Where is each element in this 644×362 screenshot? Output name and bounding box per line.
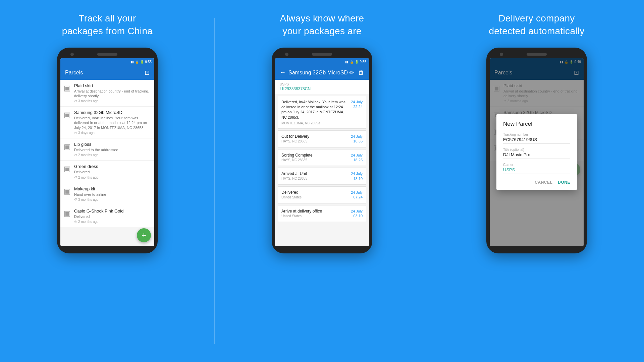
- panel-detected-auto: Delivery companydetected automatically ▮…: [429, 0, 644, 362]
- event-left: Arrive at delivery office United States: [281, 209, 348, 218]
- item-time: 3 months ago: [74, 99, 150, 103]
- tracking-id-section: USPS LK293838378CN: [275, 80, 369, 94]
- event-date: 24 July18:10: [351, 171, 363, 181]
- status-bar-1: ▮▮ 🔒 🔋 9:55: [60, 58, 154, 66]
- tracking-number: LK293838378CN: [280, 86, 364, 91]
- item-time: 3 days ago: [74, 131, 150, 135]
- app-bar-title-2: Samsung 32Gb MicroSD: [288, 70, 348, 76]
- list-item-content: Green dress Delivered 2 months ago: [74, 164, 150, 179]
- event-title: Arrive at delivery office: [281, 209, 348, 214]
- status-time-1: 9:55: [145, 60, 152, 64]
- parcels-list-1: ▣ Plaid skirt Arrival at destination cou…: [60, 80, 154, 227]
- list-item[interactable]: ▣ Samsung 32Gb MicroSD Delivered, In/At …: [60, 107, 154, 138]
- dialog-actions: CANCEL DONE: [503, 179, 570, 186]
- add-parcel-fab[interactable]: +: [137, 228, 151, 242]
- event-date: 24 July18:35: [351, 134, 363, 144]
- battery-icon: 🔋: [355, 60, 359, 64]
- event-left: Sorting Complete HAYS, NC 28635: [281, 153, 348, 162]
- list-item[interactable]: ▣ Green dress Delivered 2 months ago: [60, 161, 154, 183]
- share-icon[interactable]: ⊡: [145, 69, 150, 76]
- list-item-content: Samsung 32Gb MicroSD Delivered, In/At Ma…: [74, 110, 150, 135]
- done-button[interactable]: DONE: [558, 179, 570, 186]
- event-left: Out for Delivery HAYS, NC 28635: [281, 134, 348, 143]
- item-title: Plaid skirt: [74, 83, 150, 88]
- package-icon: ▣: [64, 209, 71, 218]
- item-time: 2 months ago: [74, 220, 150, 224]
- status-time-2: 9:55: [360, 60, 366, 64]
- event-location: United States: [281, 214, 348, 218]
- item-title: Lip gloss: [74, 142, 150, 147]
- list-item-content: Casio G-Shock Pink Gold Delivered 2 mont…: [74, 208, 150, 224]
- dialog-title: New Parcel: [503, 121, 570, 127]
- carrier-field[interactable]: USPS: [503, 167, 570, 174]
- panel-know-where: Always know whereyour packages are ▮▮ 🔒 …: [215, 0, 429, 362]
- item-time: 2 months ago: [74, 176, 150, 179]
- item-time: 3 months ago: [74, 198, 150, 201]
- package-icon: ▣: [64, 84, 71, 93]
- phone-3-top: [490, 53, 584, 56]
- phone-1-top: [60, 53, 154, 56]
- tracking-event: Arrived at Unit HAYS, NC 28635 24 July18…: [278, 168, 366, 185]
- item-time: 2 months ago: [74, 153, 150, 157]
- list-item-content: Lip gloss Delivered to the addressee 2 m…: [74, 142, 150, 157]
- new-parcel-dialog: New Parcel Tracking number EC576794193US…: [496, 114, 577, 190]
- app-bar-title-1: Parcels: [65, 70, 83, 76]
- app-bar-1: Parcels ⊡: [60, 66, 154, 80]
- delete-icon[interactable]: 🗑: [358, 69, 364, 76]
- title-optional-label: Title (optional): [503, 148, 570, 152]
- list-item[interactable]: ▣ Lip gloss Delivered to the addressee 2…: [60, 138, 154, 161]
- item-subtitle: Delivered to the addressee: [74, 147, 150, 152]
- item-subtitle: Delivered: [74, 214, 150, 219]
- wifi-icon: 🔒: [135, 60, 139, 64]
- event-date: 24 July03:10: [351, 209, 363, 219]
- carrier-label: USPS: [280, 82, 364, 86]
- edit-icon[interactable]: ✏: [349, 69, 354, 76]
- event-location: HAYS, NC 28635: [281, 139, 348, 143]
- phone-1-screen: ▮▮ 🔒 🔋 9:55 Parcels ⊡ ▣ Plaid skirt Arri…: [60, 58, 154, 246]
- app-bar-2: ← Samsung 32Gb MicroSD ✏ 🗑: [275, 66, 369, 80]
- cancel-button[interactable]: CANCEL: [535, 179, 552, 186]
- package-icon: ▣: [64, 187, 71, 196]
- speaker: [97, 53, 117, 56]
- list-item[interactable]: ▣ Plaid skirt Arrival at destination cou…: [60, 80, 154, 107]
- back-icon[interactable]: ←: [280, 69, 286, 76]
- phone-2-top: [275, 53, 369, 56]
- item-subtitle: Arrival at destination country - end of …: [74, 89, 150, 99]
- speaker: [312, 53, 332, 56]
- status-bar-2: ▮▮ 🔒 🔋 9:55: [275, 58, 369, 66]
- panel-3-title: Delivery companydetected automatically: [489, 12, 584, 38]
- app-bar-left-2: ← Samsung 32Gb MicroSD: [280, 69, 348, 76]
- phone-3-screen: ▮▮ 🔒 🔋 9:49 Parcels ⊡ ▣ Plaid skirt Arri…: [490, 58, 584, 246]
- list-item[interactable]: ▣ Casio G-Shock Pink Gold Delivered 2 mo…: [60, 205, 154, 227]
- item-subtitle: Hand over to airline: [74, 192, 150, 197]
- list-item-content: Plaid skirt Arrival at destination count…: [74, 83, 150, 103]
- event-location: HAYS, NC 28635: [281, 158, 348, 162]
- phone-2-screen: ▮▮ 🔒 🔋 9:55 ← Samsung 32Gb MicroSD ✏ 🗑 U…: [275, 58, 369, 246]
- event-left: Delivered, In/At Mailbox. Your item was …: [281, 100, 348, 125]
- camera-icon: [70, 53, 74, 56]
- status-icons-1: ▮▮ 🔒 🔋: [130, 60, 144, 64]
- status-icons-2: ▮▮ 🔒 🔋: [345, 60, 359, 64]
- tracking-number-field[interactable]: EC576794193US: [503, 137, 570, 144]
- event-title: Delivered: [281, 190, 348, 195]
- title-field[interactable]: DJI Mavic Pro: [503, 152, 570, 159]
- phone-3: ▮▮ 🔒 🔋 9:49 Parcels ⊡ ▣ Plaid skirt Arri…: [486, 48, 587, 253]
- event-left: Delivered United States: [281, 190, 348, 199]
- tracking-event: Out for Delivery HAYS, NC 28635 24 July1…: [278, 130, 366, 147]
- signal-icon: ▮▮: [345, 60, 348, 64]
- phone-1: ▮▮ 🔒 🔋 9:55 Parcels ⊡ ▣ Plaid skirt Arri…: [57, 48, 158, 253]
- item-title: Makeup kit: [74, 186, 150, 191]
- item-title: Green dress: [74, 164, 150, 169]
- camera-icon: [285, 53, 288, 56]
- item-subtitle: Delivered, In/At Mailbox. Your item was …: [74, 116, 150, 130]
- list-item[interactable]: ▣ Makeup kit Hand over to airline 3 mont…: [60, 183, 154, 205]
- battery-icon: 🔋: [140, 60, 144, 64]
- event-location: MONTEZUMA, NC 28653: [281, 121, 348, 125]
- carrier-field-label: Carrier: [503, 163, 570, 167]
- wifi-icon: 🔒: [350, 60, 354, 64]
- tracking-number-label: Tracking number: [503, 133, 570, 136]
- item-title: Samsung 32Gb MicroSD: [74, 110, 150, 115]
- event-date: 24 July22:24: [351, 100, 363, 109]
- speaker: [527, 53, 547, 56]
- panel-2-title: Always know whereyour packages are: [280, 12, 364, 38]
